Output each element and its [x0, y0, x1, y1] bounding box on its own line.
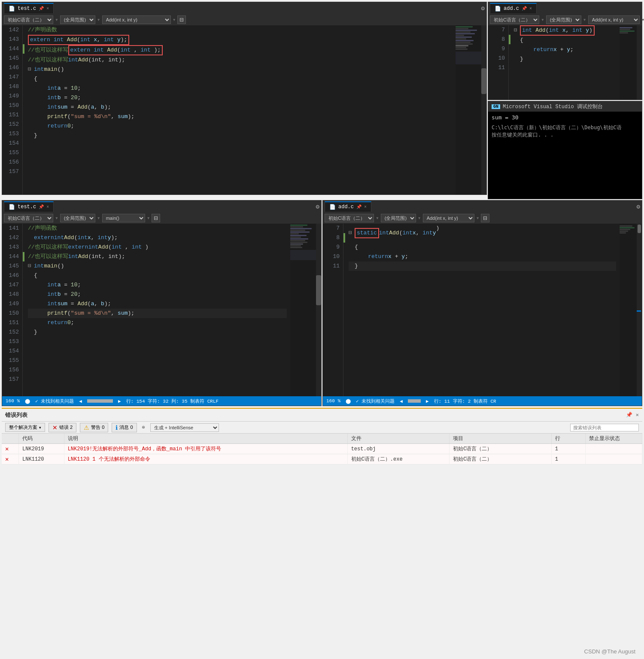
console-header: GN Microsoft Visual Studio 调试控制台 — [488, 101, 642, 112]
add-tab-bottom-icon: 📄 — [329, 204, 336, 210]
error-line-2: 1 — [551, 454, 585, 465]
error-row-1[interactable]: ✕ LNK2019 LNK2019!无法解析的外部符号_Add，函数_main … — [2, 444, 642, 454]
col-project-header: 项目 — [450, 434, 552, 444]
test-tab-top[interactable]: 📄 test.c 📌 × — [4, 3, 54, 13]
code-content-bottom-right: ⊟ static int Add(int x, int y) { return … — [345, 224, 620, 396]
minimap-bottom-left — [290, 224, 316, 396]
code-content-add-top: ⊟ int Add(int x, int y) { return x + y; … — [510, 25, 620, 100]
scrollbar-bottom-left[interactable] — [316, 224, 321, 396]
error-code-1: LNK2019 — [19, 444, 64, 454]
add-tab-bottom[interactable]: 📄 add.c 📌 × — [325, 201, 371, 212]
all-solutions-btn[interactable]: 整个解决方案 ▾ — [5, 423, 45, 432]
errors-count-label: 错误 2 — [59, 424, 73, 431]
scope-select-top-left[interactable]: (全局范围) — [60, 15, 95, 24]
scope-select-top-right[interactable]: (全局范围) — [546, 15, 581, 24]
error-code-2: LNK1120 — [19, 454, 64, 465]
settings-icon[interactable]: ⚙ — [481, 5, 485, 12]
add-close-icon[interactable]: × — [529, 6, 532, 11]
console-icon: GN — [492, 104, 500, 109]
nav-bar-right — [408, 399, 421, 403]
info-icon-btn: ℹ — [115, 424, 118, 431]
nav-arrow-right-right[interactable]: ▶ — [426, 398, 429, 404]
warnings-btn[interactable]: ⚠ 警告 0 — [80, 423, 108, 432]
console-title: Microsoft Visual Studio 调试控制台 — [503, 103, 603, 110]
problem-status-bottom-right: ✓ 未找到相关问题 — [356, 398, 395, 404]
cursor-pos-bottom-right: 行: 11 字符: 2 制表符 CR — [434, 398, 496, 404]
add-tab-top[interactable]: 📄 add.c 📌 × — [490, 3, 537, 13]
errors-btn[interactable]: ✕ 错误 2 — [49, 423, 76, 432]
watermark: CSDN @The August — [584, 648, 635, 655]
console-output-3: 按任意键关闭此窗口. . . — [492, 131, 638, 139]
status-bar-bottom-right: 160 % ⬤ ✓ 未找到相关问题 ◀ ▶ 行: 11 字符: 2 制表符 CR — [323, 396, 642, 406]
add-tab-label: add.c — [504, 6, 519, 12]
status-bar-bottom-left: 160 % ⬤ ✓ 未找到相关问题 ◀ ▶ 行: 154 字符: 32 列: 3… — [2, 396, 321, 406]
settings-icon-bottom-left[interactable]: ⚙ — [316, 203, 319, 210]
error-desc-1: LNK2019!无法解析的外部符号_Add，函数_main 中引用了该符号 — [64, 444, 347, 454]
test-close-bottom-icon[interactable]: × — [46, 205, 49, 210]
error-suppress-2 — [585, 454, 642, 465]
error-suppress-1 — [585, 444, 642, 454]
messages-btn[interactable]: ℹ 消息 0 — [112, 423, 137, 432]
error-desc-2: LNK1120 1 个无法解析的外部命令 — [64, 454, 347, 465]
error-project-1: 初始C语言（二） — [450, 444, 552, 454]
nav-arrow-right[interactable]: ▶ — [118, 398, 121, 404]
warning-icon-btn: ⚠ — [84, 424, 89, 431]
scope-select-bottom-right[interactable]: (全局范围) — [381, 214, 416, 222]
split-btn-top-left[interactable]: ⊟ — [177, 15, 186, 24]
build-select[interactable]: 生成 + IntelliSense — [150, 423, 219, 432]
col-desc-header: 说明 — [64, 434, 347, 444]
split-btn-bottom-left[interactable]: ⊟ — [152, 214, 160, 222]
scrollbar-top-left[interactable] — [481, 25, 486, 194]
error-file-1: test.obj — [347, 444, 450, 454]
error-table: 代码 说明 文件 项目 行 禁止显示状态 ✕ LNK2019 LNK2019!无… — [2, 434, 642, 465]
scope-select-bottom-left[interactable]: (全局范围) — [60, 214, 95, 222]
line-numbers-top-left: 142 143 144 145 146 147 148 149 150 151 … — [2, 25, 23, 194]
col-suppress-header: 禁止显示状态 — [585, 434, 642, 444]
problem-status-bottom-left: ✓ 未找到相关问题 — [35, 398, 74, 404]
tab-icon: 📄 — [9, 6, 15, 12]
error-line-1: 1 — [551, 444, 585, 454]
error-list-pin[interactable]: 📌 — [626, 412, 632, 418]
zoom-level-bottom-right: 160 % — [326, 398, 340, 404]
test-tab-bottom-pin: 📌 — [39, 204, 44, 210]
minimap-bottom-right — [620, 224, 637, 396]
add-tab-icon: 📄 — [495, 6, 501, 12]
error-icon-1: ✕ — [2, 444, 19, 454]
test-tab-bottom[interactable]: 📄 test.c 📌 × — [4, 201, 54, 212]
nav-bar — [87, 399, 113, 403]
add-close-bottom-icon[interactable]: × — [364, 205, 367, 210]
lang-select-top-left[interactable]: 初始C语言（二） — [4, 15, 53, 24]
col-code-header — [2, 434, 19, 444]
error-list-panel: 错误列表 📌 ✕ 整个解决方案 ▾ ✕ 错误 2 ⚠ 警告 0 — [2, 408, 642, 465]
error-icon-btn: ✕ — [52, 424, 58, 431]
scrollbar-bottom-right[interactable] — [637, 224, 642, 396]
nav-arrow-left[interactable]: ◀ — [79, 398, 82, 404]
func-select-bottom-left[interactable]: main() — [102, 214, 145, 222]
settings-icon-bottom-right[interactable]: ⚙ — [637, 203, 640, 210]
search-errors-input[interactable] — [570, 424, 639, 431]
dropdown-icon: ▾ — [39, 425, 41, 430]
error-project-2: 初始C语言（二） — [450, 454, 552, 465]
close-icon[interactable]: × — [46, 6, 49, 11]
add-tab-bottom-label: add.c — [338, 204, 354, 210]
error-list-close[interactable]: ✕ — [636, 412, 639, 418]
lang-select-top-right[interactable]: 初始C语言（二） — [490, 15, 539, 24]
tab-label: test.c — [18, 6, 36, 12]
minimap-top-left — [456, 25, 481, 194]
error-list-title: 错误列表 — [5, 411, 27, 419]
error-icon-2: ✕ — [2, 454, 19, 465]
lang-select-bottom-left[interactable]: 初始C语言（二） — [4, 214, 53, 222]
lang-select-bottom-right[interactable]: 初始C语言（二） — [325, 214, 374, 222]
split-btn-bottom-right[interactable]: ⊟ — [481, 214, 489, 222]
func-select-bottom-right[interactable]: Add(int x, int y) — [423, 214, 474, 222]
filter-icon: ⊕ — [142, 424, 145, 431]
line-numbers-add-top: 7 8 9 10 11 — [488, 25, 509, 100]
error-row-2[interactable]: ✕ LNK1120 LNK1120 1 个无法解析的外部命令 初始C语言（二）.… — [2, 454, 642, 465]
error-file-2: 初始C语言（二）.exe — [347, 454, 450, 465]
func-select-top-right[interactable]: Add(int x, int y) — [588, 15, 640, 24]
warnings-count-label: 警告 0 — [91, 424, 104, 431]
add-tab-pin: 📌 — [522, 6, 527, 11]
func-select-top-left[interactable]: Add(int x, int y) — [102, 15, 171, 24]
scrollbar-add-top[interactable] — [637, 25, 642, 100]
nav-arrow-left-right[interactable]: ◀ — [400, 398, 403, 404]
